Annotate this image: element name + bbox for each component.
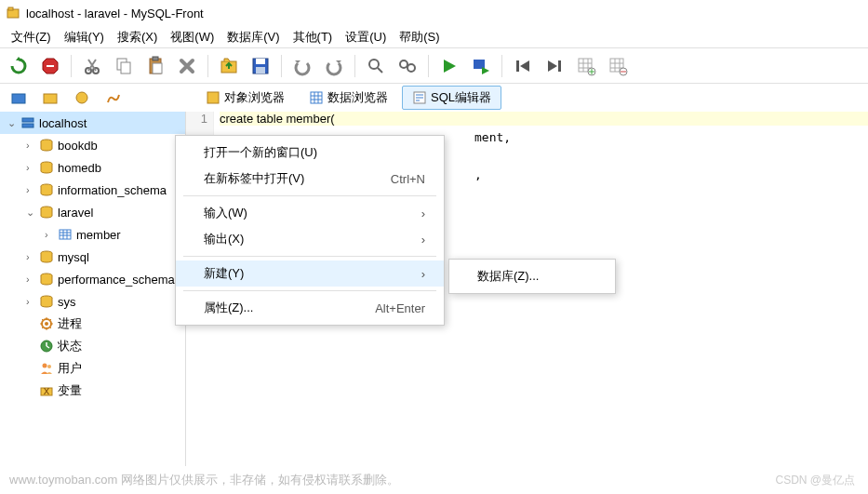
tree-item--[interactable]: 用户 — [0, 357, 185, 380]
menu-bar: 文件(Z) 编辑(Y) 搜索(X) 视图(W) 数据库(V) 其他(T) 设置(… — [0, 26, 868, 48]
menu-settings[interactable]: 设置(U) — [340, 27, 392, 47]
expander-icon[interactable]: › — [26, 296, 39, 307]
tree-item-label: performance_schema — [58, 273, 175, 287]
menu-item-label: 打开一个新的窗口(U) — [204, 144, 425, 161]
menu-file[interactable]: 文件(Z) — [6, 27, 57, 47]
last-button[interactable] — [541, 53, 568, 79]
tree-tool-4[interactable] — [100, 85, 127, 111]
svg-rect-20 — [558, 60, 561, 72]
tree-item-label: 变量 — [58, 382, 82, 399]
expander-icon[interactable]: › — [26, 162, 39, 173]
window-title: localhost - laravel - MySQL-Front — [26, 7, 204, 20]
replace-button[interactable] — [394, 53, 421, 79]
grid-minus-button[interactable] — [605, 53, 631, 79]
database-icon — [39, 160, 54, 175]
menu-search[interactable]: 搜索(X) — [112, 27, 163, 47]
svg-rect-3 — [47, 65, 54, 67]
tree-item--[interactable]: x变量 — [0, 380, 185, 402]
expander-icon[interactable]: › — [26, 251, 39, 262]
tree-item-label: mysql — [58, 250, 89, 264]
users-icon — [39, 361, 54, 376]
context-menu-item[interactable]: 打开一个新的窗口(U) — [176, 140, 444, 166]
redo-button[interactable] — [321, 53, 347, 79]
tab-sql-editor[interactable]: SQL编辑器 — [402, 86, 501, 110]
save-button[interactable] — [247, 53, 274, 79]
status-icon — [39, 339, 54, 354]
tree-item--[interactable]: 状态 — [0, 335, 185, 357]
svg-point-27 — [76, 92, 87, 103]
tree-tool-3[interactable] — [69, 85, 95, 111]
submenu-item-new-database[interactable]: 数据库(Z)... — [449, 263, 615, 289]
server-icon — [20, 115, 35, 130]
tab-label: 数据浏览器 — [327, 89, 388, 106]
undo-button[interactable] — [289, 53, 315, 79]
tree-item-bookdb[interactable]: ›bookdb — [0, 134, 185, 156]
grid-plus-button[interactable] — [573, 53, 599, 79]
tree-item-label: 状态 — [58, 338, 82, 354]
tab-label: 对象浏览器 — [224, 89, 285, 106]
tree-item-label: homedb — [58, 161, 101, 175]
run-button[interactable] — [436, 53, 462, 79]
open-button[interactable] — [216, 53, 242, 79]
context-menu-item[interactable]: 输入(W)› — [176, 200, 444, 226]
object-browser-icon — [206, 90, 220, 105]
database-icon — [39, 205, 54, 220]
tab-object-browser[interactable]: 对象浏览器 — [195, 86, 295, 110]
run-selection-button[interactable] — [468, 53, 494, 79]
menu-other[interactable]: 其他(T) — [287, 27, 339, 47]
tree-item-label: member — [76, 228, 121, 242]
first-button[interactable] — [510, 53, 536, 79]
copy-button[interactable] — [111, 53, 137, 79]
cut-button[interactable] — [79, 53, 105, 79]
find-button[interactable] — [363, 53, 389, 79]
app-icon — [6, 6, 20, 20]
svg-rect-1 — [8, 7, 13, 10]
svg-rect-26 — [44, 94, 57, 103]
svg-point-45 — [47, 365, 51, 368]
line-gutter: 1 — [186, 112, 214, 130]
tree-item-information-schema[interactable]: ›information_schema — [0, 179, 185, 201]
delete-button[interactable] — [174, 53, 200, 79]
expander-icon[interactable]: › — [26, 184, 39, 195]
context-menu-item[interactable]: 输出(X)› — [176, 226, 444, 252]
tree-item-member[interactable]: ›member — [0, 223, 185, 246]
tree-tool-1[interactable] — [6, 85, 32, 111]
tree-item-laravel[interactable]: ⌄laravel — [0, 201, 185, 223]
menu-view[interactable]: 视图(W) — [165, 27, 220, 47]
tree-item-homedb[interactable]: ›homedb — [0, 156, 185, 179]
main-toolbar — [0, 48, 868, 84]
svg-rect-19 — [516, 60, 519, 72]
context-menu-item[interactable]: 在新标签中打开(V)Ctrl+N — [176, 166, 444, 192]
tab-label: SQL编辑器 — [431, 89, 491, 106]
tab-data-browser[interactable]: 数据浏览器 — [299, 86, 398, 110]
menu-edit[interactable]: 编辑(Y) — [59, 27, 110, 47]
title-bar: localhost - laravel - MySQL-Front — [0, 0, 868, 26]
menu-item-label: 新建(Y) — [204, 265, 421, 282]
tree-item--[interactable]: 进程 — [0, 313, 185, 335]
context-menu-item[interactable]: 新建(Y)› — [176, 260, 444, 287]
svg-point-15 — [369, 60, 379, 69]
svg-rect-7 — [121, 62, 130, 73]
expander-icon[interactable]: › — [45, 229, 58, 240]
menu-database[interactable]: 数据库(V) — [221, 27, 285, 47]
paste-button[interactable] — [142, 53, 168, 79]
tree-item-localhost[interactable]: ⌄localhost — [0, 112, 185, 134]
database-icon — [39, 182, 54, 197]
expander-icon[interactable]: › — [26, 140, 39, 151]
expander-icon[interactable]: ⌄ — [7, 117, 20, 129]
tree-item-mysql[interactable]: ›mysql — [0, 246, 185, 268]
tree-tool-2[interactable] — [37, 85, 63, 111]
svg-rect-18 — [474, 60, 485, 69]
svg-rect-10 — [153, 63, 162, 73]
chevron-right-icon: › — [421, 207, 425, 220]
stop-button[interactable] — [37, 53, 63, 79]
tree-item-label: 进程 — [58, 315, 82, 332]
context-menu-item[interactable]: 属性(Z)...Alt+Enter — [176, 295, 444, 321]
expander-icon[interactable]: ⌄ — [26, 207, 39, 219]
menu-help[interactable]: 帮助(S) — [394, 27, 445, 47]
svg-point-17 — [407, 64, 415, 72]
tree-item-sys[interactable]: ›sys — [0, 290, 185, 313]
tree-item-performance-schema[interactable]: ›performance_schema — [0, 268, 185, 290]
expander-icon[interactable]: › — [26, 274, 39, 285]
refresh-button[interactable] — [6, 53, 32, 79]
